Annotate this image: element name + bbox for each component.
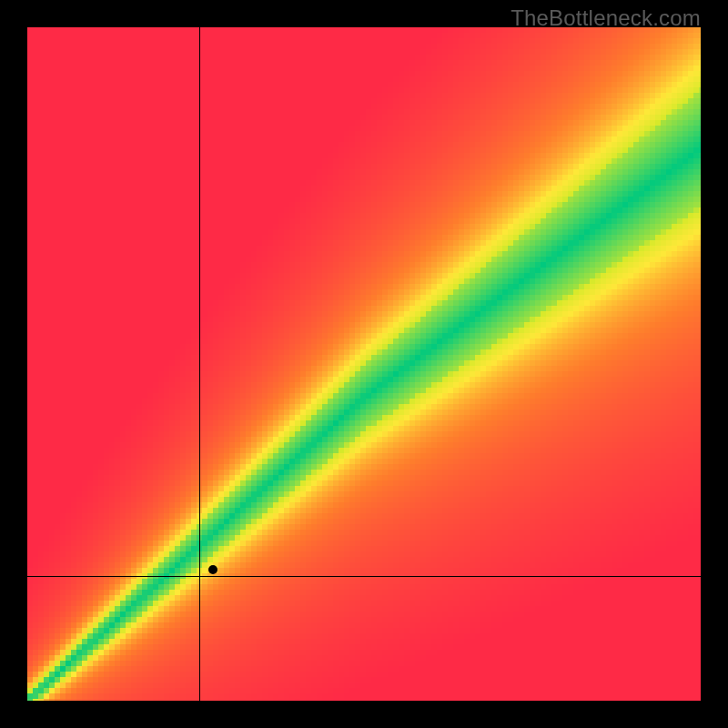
selected-point-marker	[208, 565, 217, 574]
chart-frame: TheBottleneck.com	[0, 0, 728, 728]
heatmap-plot	[27, 27, 701, 701]
heatmap-canvas	[27, 27, 701, 701]
crosshair-horizontal	[27, 576, 701, 577]
crosshair-vertical	[199, 27, 200, 701]
